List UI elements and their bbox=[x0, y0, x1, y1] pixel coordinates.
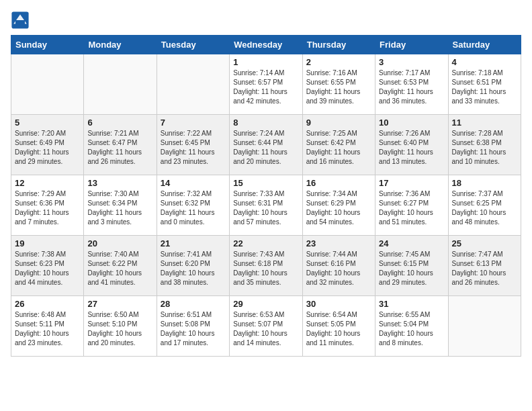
calendar-cell: 29Sunrise: 6:53 AM Sunset: 5:07 PM Dayli… bbox=[230, 296, 302, 357]
day-info: Sunrise: 6:50 AM Sunset: 5:10 PM Dayligh… bbox=[87, 310, 152, 348]
day-info: Sunrise: 7:22 AM Sunset: 6:45 PM Dayligh… bbox=[161, 129, 226, 167]
calendar-cell bbox=[157, 54, 229, 115]
calendar-cell: 8Sunrise: 7:24 AM Sunset: 6:44 PM Daylig… bbox=[230, 115, 302, 175]
calendar-cell: 7Sunrise: 7:22 AM Sunset: 6:45 PM Daylig… bbox=[157, 115, 229, 175]
calendar-cell: 16Sunrise: 7:34 AM Sunset: 6:29 PM Dayli… bbox=[302, 175, 375, 236]
day-info: Sunrise: 7:24 AM Sunset: 6:44 PM Dayligh… bbox=[233, 129, 298, 167]
day-info: Sunrise: 7:43 AM Sunset: 6:18 PM Dayligh… bbox=[233, 250, 298, 287]
col-header-friday: Friday bbox=[375, 36, 448, 54]
day-info: Sunrise: 7:18 AM Sunset: 6:51 PM Dayligh… bbox=[452, 68, 517, 106]
day-info: Sunrise: 7:38 AM Sunset: 6:23 PM Dayligh… bbox=[15, 250, 80, 287]
calendar-cell: 31Sunrise: 6:55 AM Sunset: 5:04 PM Dayli… bbox=[375, 296, 448, 357]
day-number: 24 bbox=[379, 238, 444, 248]
col-header-monday: Monday bbox=[84, 36, 157, 54]
col-header-saturday: Saturday bbox=[448, 36, 521, 54]
day-info: Sunrise: 7:47 AM Sunset: 6:13 PM Dayligh… bbox=[452, 250, 517, 287]
day-info: Sunrise: 7:25 AM Sunset: 6:42 PM Dayligh… bbox=[306, 129, 371, 167]
calendar-cell: 9Sunrise: 7:25 AM Sunset: 6:42 PM Daylig… bbox=[302, 115, 375, 175]
calendar-header: SundayMondayTuesdayWednesdayThursdayFrid… bbox=[11, 36, 521, 54]
calendar-cell: 6Sunrise: 7:21 AM Sunset: 6:47 PM Daylig… bbox=[84, 115, 157, 175]
calendar-cell: 28Sunrise: 6:51 AM Sunset: 5:08 PM Dayli… bbox=[157, 296, 229, 357]
calendar-cell: 1Sunrise: 7:14 AM Sunset: 6:57 PM Daylig… bbox=[230, 54, 302, 115]
calendar-cell: 3Sunrise: 7:17 AM Sunset: 6:53 PM Daylig… bbox=[375, 54, 448, 115]
day-info: Sunrise: 7:40 AM Sunset: 6:22 PM Dayligh… bbox=[87, 250, 152, 287]
calendar-cell bbox=[448, 296, 521, 357]
calendar-cell: 21Sunrise: 7:41 AM Sunset: 6:20 PM Dayli… bbox=[157, 236, 229, 296]
day-info: Sunrise: 7:37 AM Sunset: 6:25 PM Dayligh… bbox=[452, 189, 517, 227]
day-number: 3 bbox=[379, 57, 444, 67]
calendar-cell: 5Sunrise: 7:20 AM Sunset: 6:49 PM Daylig… bbox=[11, 115, 84, 175]
day-info: Sunrise: 7:14 AM Sunset: 6:57 PM Dayligh… bbox=[233, 68, 298, 106]
day-number: 7 bbox=[161, 118, 226, 128]
day-info: Sunrise: 7:17 AM Sunset: 6:53 PM Dayligh… bbox=[379, 68, 444, 106]
day-number: 21 bbox=[161, 238, 226, 248]
day-number: 29 bbox=[233, 299, 298, 309]
day-info: Sunrise: 7:28 AM Sunset: 6:38 PM Dayligh… bbox=[452, 129, 517, 167]
col-header-sunday: Sunday bbox=[11, 36, 84, 54]
day-number: 9 bbox=[306, 118, 371, 128]
day-info: Sunrise: 7:33 AM Sunset: 6:31 PM Dayligh… bbox=[233, 189, 298, 227]
day-number: 14 bbox=[161, 178, 226, 188]
calendar-cell: 25Sunrise: 7:47 AM Sunset: 6:13 PM Dayli… bbox=[448, 236, 521, 296]
day-number: 2 bbox=[306, 57, 371, 67]
day-info: Sunrise: 7:41 AM Sunset: 6:20 PM Dayligh… bbox=[161, 250, 226, 287]
calendar-table: SundayMondayTuesdayWednesdayThursdayFrid… bbox=[11, 35, 521, 357]
day-number: 25 bbox=[452, 238, 517, 248]
calendar-cell: 23Sunrise: 7:44 AM Sunset: 6:16 PM Dayli… bbox=[302, 236, 375, 296]
calendar-cell: 13Sunrise: 7:30 AM Sunset: 6:34 PM Dayli… bbox=[84, 175, 157, 236]
calendar-cell: 14Sunrise: 7:32 AM Sunset: 6:32 PM Dayli… bbox=[157, 175, 229, 236]
logo bbox=[11, 11, 32, 30]
day-number: 26 bbox=[15, 299, 80, 309]
day-number: 13 bbox=[87, 178, 152, 188]
day-number: 1 bbox=[233, 57, 298, 67]
day-number: 16 bbox=[306, 178, 371, 188]
day-info: Sunrise: 7:45 AM Sunset: 6:15 PM Dayligh… bbox=[379, 250, 444, 287]
day-info: Sunrise: 7:34 AM Sunset: 6:29 PM Dayligh… bbox=[306, 189, 371, 227]
calendar-cell: 18Sunrise: 7:37 AM Sunset: 6:25 PM Dayli… bbox=[448, 175, 521, 236]
page-header bbox=[11, 11, 521, 30]
day-number: 18 bbox=[452, 178, 517, 188]
calendar-cell: 27Sunrise: 6:50 AM Sunset: 5:10 PM Dayli… bbox=[84, 296, 157, 357]
calendar-cell: 22Sunrise: 7:43 AM Sunset: 6:18 PM Dayli… bbox=[230, 236, 302, 296]
day-number: 31 bbox=[379, 299, 444, 309]
day-info: Sunrise: 6:48 AM Sunset: 5:11 PM Dayligh… bbox=[15, 310, 80, 348]
day-info: Sunrise: 6:51 AM Sunset: 5:08 PM Dayligh… bbox=[161, 310, 226, 348]
day-number: 6 bbox=[87, 118, 152, 128]
calendar-cell bbox=[11, 54, 84, 115]
day-info: Sunrise: 7:32 AM Sunset: 6:32 PM Dayligh… bbox=[161, 189, 226, 227]
day-number: 30 bbox=[306, 299, 371, 309]
calendar-cell: 24Sunrise: 7:45 AM Sunset: 6:15 PM Dayli… bbox=[375, 236, 448, 296]
day-number: 27 bbox=[87, 299, 152, 309]
day-number: 12 bbox=[15, 178, 80, 188]
calendar-cell: 17Sunrise: 7:36 AM Sunset: 6:27 PM Dayli… bbox=[375, 175, 448, 236]
day-info: Sunrise: 7:26 AM Sunset: 6:40 PM Dayligh… bbox=[379, 129, 444, 167]
day-info: Sunrise: 6:53 AM Sunset: 5:07 PM Dayligh… bbox=[233, 310, 298, 348]
day-info: Sunrise: 7:21 AM Sunset: 6:47 PM Dayligh… bbox=[87, 129, 152, 167]
day-number: 11 bbox=[452, 118, 517, 128]
day-number: 17 bbox=[379, 178, 444, 188]
day-info: Sunrise: 7:44 AM Sunset: 6:16 PM Dayligh… bbox=[306, 250, 371, 287]
col-header-tuesday: Tuesday bbox=[157, 36, 229, 54]
day-number: 28 bbox=[161, 299, 226, 309]
col-header-wednesday: Wednesday bbox=[230, 36, 302, 54]
calendar-cell: 26Sunrise: 6:48 AM Sunset: 5:11 PM Dayli… bbox=[11, 296, 84, 357]
day-info: Sunrise: 7:29 AM Sunset: 6:36 PM Dayligh… bbox=[15, 189, 80, 227]
day-info: Sunrise: 6:54 AM Sunset: 5:05 PM Dayligh… bbox=[306, 310, 371, 348]
calendar-cell: 15Sunrise: 7:33 AM Sunset: 6:31 PM Dayli… bbox=[230, 175, 302, 236]
svg-rect-2 bbox=[15, 20, 25, 25]
calendar-cell: 4Sunrise: 7:18 AM Sunset: 6:51 PM Daylig… bbox=[448, 54, 521, 115]
calendar-cell: 19Sunrise: 7:38 AM Sunset: 6:23 PM Dayli… bbox=[11, 236, 84, 296]
day-number: 15 bbox=[233, 178, 298, 188]
day-number: 23 bbox=[306, 238, 371, 248]
col-header-thursday: Thursday bbox=[302, 36, 375, 54]
calendar-cell: 2Sunrise: 7:16 AM Sunset: 6:55 PM Daylig… bbox=[302, 54, 375, 115]
calendar-cell: 10Sunrise: 7:26 AM Sunset: 6:40 PM Dayli… bbox=[375, 115, 448, 175]
day-info: Sunrise: 7:20 AM Sunset: 6:49 PM Dayligh… bbox=[15, 129, 80, 167]
day-number: 4 bbox=[452, 57, 517, 67]
calendar-cell: 20Sunrise: 7:40 AM Sunset: 6:22 PM Dayli… bbox=[84, 236, 157, 296]
calendar-cell: 11Sunrise: 7:28 AM Sunset: 6:38 PM Dayli… bbox=[448, 115, 521, 175]
calendar-cell bbox=[84, 54, 157, 115]
day-number: 10 bbox=[379, 118, 444, 128]
day-info: Sunrise: 7:36 AM Sunset: 6:27 PM Dayligh… bbox=[379, 189, 444, 227]
day-info: Sunrise: 7:30 AM Sunset: 6:34 PM Dayligh… bbox=[87, 189, 152, 227]
